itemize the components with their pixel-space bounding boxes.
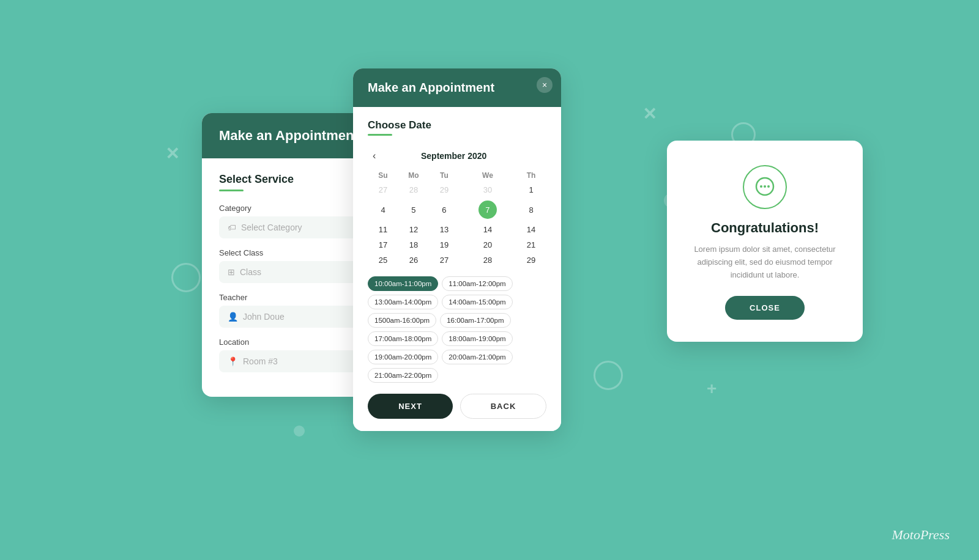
green-underline [219, 190, 244, 191]
motopress-brand: MotoPress [892, 527, 950, 543]
bg-decor-x2: ✕ [642, 104, 657, 124]
time-slot-6[interactable]: 16:00am-17:00pm [440, 313, 510, 328]
cal-day-27[interactable]: 27 [429, 252, 460, 268]
cal-day-28[interactable]: 28 [460, 252, 516, 268]
cal-row-3: 11 12 13 14 14 [368, 222, 546, 237]
cal-day-4[interactable]: 4 [368, 197, 398, 222]
tag-icon: 🏷 [228, 223, 236, 232]
time-slot-8[interactable]: 18:00am-19:00pm [442, 331, 512, 346]
cal-row-5: 25 26 27 28 29 [368, 252, 546, 268]
cal-day-8[interactable]: 8 [516, 197, 546, 222]
card-congrats: Congratulations! Lorem ipsum dolor sit a… [667, 141, 863, 342]
cal-day-17[interactable]: 17 [368, 237, 398, 252]
cal-day-30-prev[interactable]: 30 [460, 182, 516, 197]
cal-day-1[interactable]: 1 [516, 182, 546, 197]
grid-icon: ⊞ [228, 267, 235, 277]
congrats-body-text: Lorem ipsum dolor sit amet, consectetur … [685, 243, 844, 281]
day-header-tu: Tu [429, 169, 460, 182]
cal-day-21[interactable]: 21 [516, 237, 546, 252]
day-header-th: Th [516, 169, 546, 182]
time-slot-2[interactable]: 11:00am-12:00pm [442, 276, 512, 291]
time-slots-container: 10:00am-11:00pm 11:00am-12:00pm 13:00am-… [368, 276, 546, 383]
pin-icon: 📍 [228, 356, 238, 366]
prev-month-button[interactable]: ‹ [368, 148, 381, 164]
svg-point-3 [767, 185, 770, 188]
cal-day-25[interactable]: 25 [368, 252, 398, 268]
cal-day-18[interactable]: 18 [398, 237, 429, 252]
svg-point-1 [760, 185, 762, 188]
cal-row-4: 17 18 19 20 21 [368, 237, 546, 252]
time-slot-4[interactable]: 14:00am-15:00pm [442, 295, 512, 309]
time-slot-5[interactable]: 1500am-16:00pm [368, 313, 436, 328]
cal-row-2: 4 5 6 7 8 [368, 197, 546, 222]
cal-day-27-prev[interactable]: 27 [368, 182, 398, 197]
cal-day-5[interactable]: 5 [398, 197, 429, 222]
next-button[interactable]: NEXT [368, 394, 453, 419]
day-header-mo: Mo [398, 169, 429, 182]
day-header-we: We [460, 169, 516, 182]
time-slot-3[interactable]: 13:00am-14:00pm [368, 295, 438, 309]
location-placeholder: Room #3 [243, 356, 278, 366]
bg-dot2 [294, 426, 305, 437]
teacher-placeholder: John Doue [243, 312, 285, 322]
cal-day-20[interactable]: 20 [460, 237, 516, 252]
back-button[interactable]: BACK [460, 394, 546, 419]
card-calendar: Make an Appointment × Choose Date ‹ Sept… [353, 68, 561, 431]
calendar-nav: ‹ September 2020 [368, 148, 546, 164]
cal-day-26[interactable]: 26 [398, 252, 429, 268]
congrats-icon [743, 165, 787, 209]
time-slot-9[interactable]: 19:00am-20:00pm [368, 350, 438, 364]
svg-point-2 [764, 185, 766, 188]
close-button[interactable]: CLOSE [725, 296, 805, 320]
choose-date-title: Choose Date [368, 119, 546, 131]
time-slot-11[interactable]: 21:00am-22:00pm [368, 368, 438, 383]
category-placeholder: Select Category [241, 223, 302, 232]
calendar-actions: NEXT BACK [368, 394, 546, 419]
close-calendar-button[interactable]: × [537, 77, 553, 93]
calendar-month: September 2020 [421, 151, 486, 161]
cal-day-19[interactable]: 19 [429, 237, 460, 252]
bg-ring2 [594, 361, 623, 390]
time-slot-7[interactable]: 17:00am-18:00pm [368, 331, 438, 346]
bg-decor-plus1: + [707, 379, 717, 399]
chat-bubble-icon [754, 176, 776, 198]
cal-day-13[interactable]: 13 [429, 222, 460, 237]
bg-decor-x1: ✕ [165, 144, 179, 164]
card-calendar-body: Choose Date ‹ September 2020 Su Mo Tu We… [353, 107, 561, 431]
cal-day-14b[interactable]: 14 [516, 222, 546, 237]
cal-day-11[interactable]: 11 [368, 222, 398, 237]
bg-ring1 [171, 263, 201, 292]
card-calendar-header: Make an Appointment × [353, 68, 561, 107]
cal-day-29-prev[interactable]: 29 [429, 182, 460, 197]
person-icon: 👤 [228, 312, 238, 322]
cal-day-6[interactable]: 6 [429, 197, 460, 222]
cal-day-28-prev[interactable]: 28 [398, 182, 429, 197]
cal-day-12[interactable]: 12 [398, 222, 429, 237]
cal-row-1: 27 28 29 30 1 [368, 182, 546, 197]
time-slot-10[interactable]: 20:00am-21:00pm [442, 350, 512, 364]
calendar-grid: Su Mo Tu We Th 27 28 29 30 1 4 5 [368, 169, 546, 268]
cal-day-29[interactable]: 29 [516, 252, 546, 268]
card-calendar-title: Make an Appointment [368, 81, 546, 95]
day-header-su: Su [368, 169, 398, 182]
cal-day-14[interactable]: 14 [460, 222, 516, 237]
class-placeholder: Class [240, 267, 261, 277]
selected-day: 7 [478, 201, 497, 219]
calendar-green-underline [368, 134, 392, 136]
time-slot-1[interactable]: 10:00am-11:00pm [368, 276, 438, 291]
cal-day-7[interactable]: 7 [460, 197, 516, 222]
congrats-title: Congratulations! [711, 220, 819, 236]
